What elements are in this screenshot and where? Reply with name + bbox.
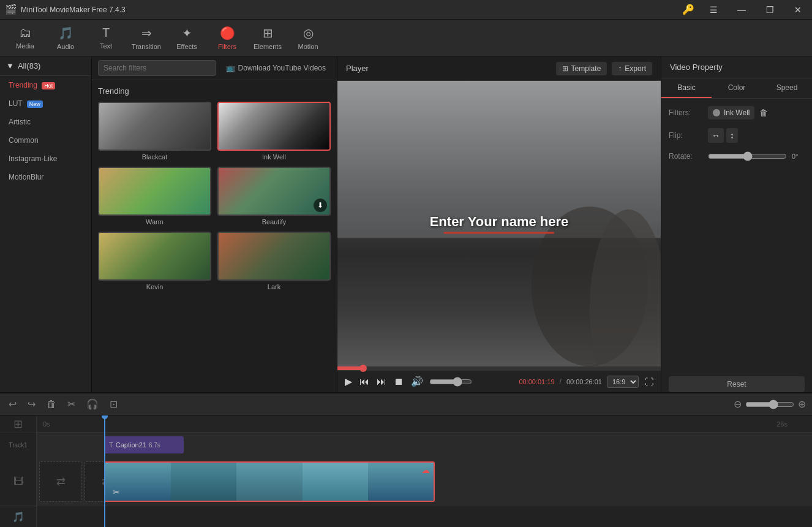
player-controls: ▶ ⏮ ⏭ ⏹ 🔊 00:00:01:19 / 00:00:26:01 16:9… bbox=[337, 370, 661, 392]
toolbar-motion[interactable]: ◎ Motion bbox=[288, 21, 328, 55]
aspect-ratio-select[interactable]: 16:9 4:3 1:1 9:16 bbox=[607, 376, 639, 388]
ruler-end: 26s bbox=[776, 420, 788, 428]
video-track-icon[interactable]: 🎞 bbox=[0, 457, 36, 506]
track1-label: Track1 bbox=[0, 433, 36, 457]
delete-button[interactable]: 🗑 bbox=[44, 396, 59, 412]
filter-value: Ink Well bbox=[724, 108, 750, 117]
all-filters-toggle[interactable]: ▼ All(83) bbox=[0, 56, 91, 76]
player-progress-thumb[interactable] bbox=[359, 365, 367, 372]
filter-item-inkwell[interactable]: Ink Well bbox=[217, 102, 331, 161]
category-instagram[interactable]: Instagram-Like bbox=[0, 150, 91, 168]
titlebar-title: MiniTool MovieMaker Free 7.4.3 bbox=[21, 6, 126, 14]
elements-icon: ⊞ bbox=[263, 26, 273, 40]
volume-slider[interactable] bbox=[429, 377, 472, 387]
player-panel: Player ⊞ Template ↑ Export bbox=[337, 56, 661, 392]
titlebar-controls: 🔑 ☰ — ❐ ✕ bbox=[677, 0, 812, 20]
filter-section-title: Trending bbox=[98, 86, 331, 96]
stop-button[interactable]: ⏹ bbox=[393, 375, 405, 389]
elements-label: Elements bbox=[254, 43, 282, 50]
category-trending[interactable]: Trending Hot bbox=[0, 76, 91, 94]
caption-text: Caption21 bbox=[116, 441, 146, 449]
video-property-title: Video Property bbox=[661, 56, 812, 78]
filter-item-lark[interactable]: Lark bbox=[217, 232, 331, 290]
crop-button[interactable]: ⊡ bbox=[107, 396, 120, 412]
toolbar-filters[interactable]: 🔴 Filters bbox=[207, 21, 247, 55]
redo-button[interactable]: ↪ bbox=[25, 396, 38, 412]
text-icon: T bbox=[102, 26, 110, 40]
reset-button[interactable]: Reset bbox=[669, 376, 805, 392]
motion-label: Motion bbox=[298, 43, 318, 50]
rotate-value: 0° bbox=[792, 153, 806, 160]
close-button[interactable]: ✕ bbox=[784, 0, 812, 20]
toolbar-effects[interactable]: ✦ Effects bbox=[167, 21, 207, 55]
toolbar-transition[interactable]: ⇒ Transition bbox=[126, 21, 167, 55]
rotate-slider[interactable] bbox=[708, 151, 787, 161]
export-label: Export bbox=[625, 64, 646, 73]
caption-block[interactable]: T Caption21 6.7s bbox=[104, 436, 184, 453]
volume-button[interactable]: 🔊 bbox=[410, 374, 424, 389]
new-badge: New bbox=[27, 100, 43, 108]
filter-item-beautify[interactable]: ⬇ Beautify bbox=[217, 167, 331, 226]
filter-label-kevin: Kevin bbox=[98, 283, 211, 290]
motion-icon: ◎ bbox=[303, 26, 314, 40]
download-youtube-button[interactable]: 📺 Download YouTube Videos bbox=[221, 61, 331, 75]
timeline-content: ⊞ Track1 🎞 🎵 0s 26s bbox=[0, 415, 812, 527]
undo-button[interactable]: ↩ bbox=[6, 396, 19, 412]
caption-duration: 6.7s bbox=[149, 442, 160, 449]
filter-color-dot bbox=[713, 109, 720, 116]
toolbar-text[interactable]: T Text bbox=[86, 21, 126, 55]
video-block[interactable]: ☁ ✂ bbox=[104, 461, 435, 502]
app-icon: 🎬 bbox=[5, 4, 17, 15]
fullscreen-button[interactable]: ⛶ bbox=[644, 376, 655, 388]
template-button[interactable]: ⊞ Template bbox=[556, 62, 607, 75]
filter-item-kevin[interactable]: Kevin bbox=[98, 232, 211, 290]
all-count-label: All(83) bbox=[18, 61, 41, 70]
menu-button[interactable]: ☰ bbox=[699, 0, 727, 20]
flip-vertical-button[interactable]: ↕ bbox=[726, 128, 738, 143]
category-lut[interactable]: LUT New bbox=[0, 94, 91, 113]
toolbar-audio[interactable]: 🎵 Audio bbox=[45, 21, 86, 55]
toolbar-media[interactable]: 🗂 Media bbox=[5, 21, 45, 55]
transition-slot-1[interactable]: ⇄ bbox=[39, 461, 82, 502]
filter-scroll-area[interactable]: Trending Blackcat Ink Well bbox=[92, 80, 337, 392]
add-track-button[interactable]: ⊞ bbox=[13, 417, 23, 431]
prop-filters-row: Filters: Ink Well 🗑 bbox=[669, 106, 805, 119]
audio-track-icon[interactable]: 🎵 bbox=[0, 506, 36, 527]
player-video[interactable]: Enter Your name here bbox=[337, 81, 661, 366]
tab-speed[interactable]: Speed bbox=[762, 78, 812, 98]
restore-button[interactable]: ❐ bbox=[756, 0, 784, 20]
tab-basic[interactable]: Basic bbox=[661, 78, 712, 98]
play-button[interactable]: ▶ bbox=[344, 374, 353, 389]
export-button[interactable]: ↑ Export bbox=[612, 62, 652, 75]
flip-horizontal-button[interactable]: ↔ bbox=[708, 128, 724, 143]
category-artistic[interactable]: Artistic bbox=[0, 113, 91, 131]
filter-delete-button[interactable]: 🗑 bbox=[759, 108, 768, 118]
toolbar-elements[interactable]: ⊞ Elements bbox=[247, 21, 288, 55]
audio-detach-button[interactable]: 🎧 bbox=[84, 396, 101, 412]
minimize-button[interactable]: — bbox=[727, 0, 756, 20]
category-common[interactable]: Common bbox=[0, 131, 91, 150]
tab-color[interactable]: Color bbox=[712, 78, 762, 98]
player-header-buttons: ⊞ Template ↑ Export bbox=[556, 62, 652, 75]
filter-item-warm[interactable]: Warm bbox=[98, 167, 211, 226]
category-motionblur[interactable]: MotionBlur bbox=[0, 168, 91, 186]
right-panel: Video Property Basic Color Speed Filters… bbox=[661, 56, 812, 392]
split-button[interactable]: ✂ bbox=[65, 396, 78, 412]
timeline-ruler: 0s 26s bbox=[37, 415, 812, 433]
timeline-tracks[interactable]: 0s 26s T Caption21 6.7s bbox=[37, 415, 812, 527]
player-progress-bar[interactable] bbox=[337, 366, 661, 370]
prev-frame-button[interactable]: ⏮ bbox=[358, 375, 370, 389]
rotate-controls: 0° bbox=[708, 151, 806, 161]
zoom-in-button[interactable]: ⊕ bbox=[798, 398, 806, 410]
filters-icon: 🔴 bbox=[220, 26, 235, 40]
video-icon: 🎞 bbox=[13, 476, 23, 487]
timeline-area: ↩ ↪ 🗑 ✂ 🎧 ⊡ ⊖ ⊕ ⊞ Track1 🎞 bbox=[0, 392, 812, 527]
playhead[interactable] bbox=[104, 415, 105, 527]
filter-item-blackcat[interactable]: Blackcat bbox=[98, 102, 211, 161]
zoom-slider[interactable] bbox=[745, 400, 794, 409]
search-input[interactable] bbox=[98, 60, 216, 76]
next-frame-button[interactable]: ⏭ bbox=[375, 375, 388, 389]
track-labels: ⊞ Track1 🎞 🎵 bbox=[0, 415, 37, 527]
zoom-out-button[interactable]: ⊖ bbox=[734, 398, 742, 410]
prop-rotate-row: Rotate: 0° bbox=[669, 151, 805, 161]
